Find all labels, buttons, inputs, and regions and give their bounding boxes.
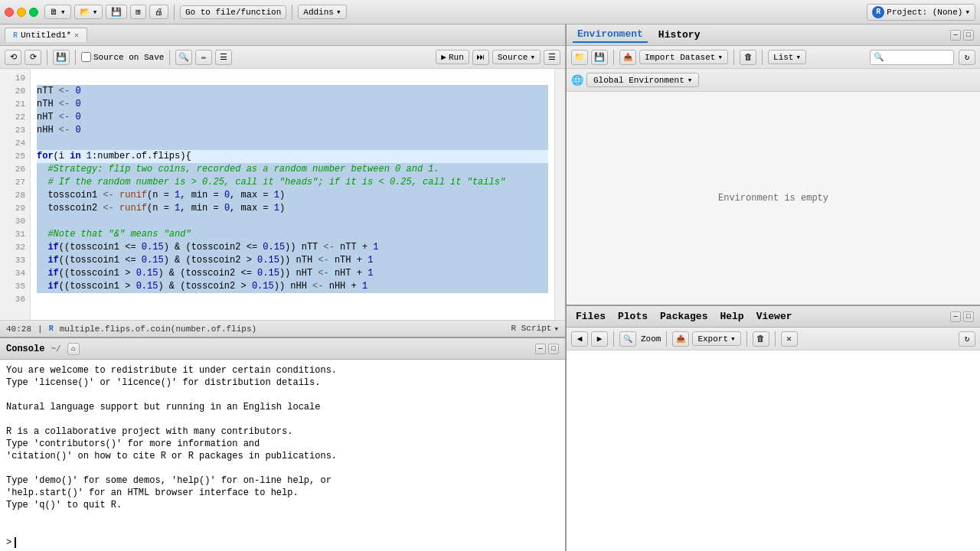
env-refresh-btn[interactable]: ↻	[959, 50, 975, 65]
export-btn[interactable]: Export ▾	[692, 331, 740, 346]
tab-close-icon[interactable]: ✕	[74, 31, 79, 40]
line-number: 20	[0, 85, 30, 98]
save-icon: 💾	[111, 7, 122, 17]
import-dataset-btn[interactable]: Import Dataset ▾	[639, 50, 728, 64]
editor-tab-untitled1[interactable]: R Untitled1* ✕	[5, 28, 87, 42]
globe-icon: 🌐	[571, 74, 583, 86]
code-line[interactable]: nTH <- 0	[37, 98, 548, 111]
redo-btn[interactable]: ⟳	[24, 50, 41, 65]
minimize-button[interactable]	[17, 8, 26, 17]
plots-prev-btn[interactable]: ◀	[571, 331, 588, 347]
run-btn[interactable]: ▶ Run	[436, 50, 469, 64]
options-btn[interactable]: ☰	[544, 50, 560, 65]
source-on-save-label[interactable]: Source on Save	[81, 52, 164, 62]
footer-icon: R	[49, 324, 54, 333]
sep1	[174, 5, 175, 20]
undo-btn[interactable]: ⟲	[5, 50, 21, 65]
new-file-btn[interactable]: 🗎▾	[44, 5, 71, 19]
find-btn[interactable]: 🔍	[175, 50, 192, 65]
sep-f4	[775, 331, 776, 347]
right-panel: Environment History — □ 📁 💾 📥 Import Dat…	[567, 24, 980, 551]
code-line[interactable]: tosscoin1 <- runif(n = 1, min = 0, max =…	[37, 189, 548, 202]
plots-refresh-btn[interactable]: ↻	[959, 331, 975, 347]
tab-help[interactable]: Help	[717, 309, 746, 324]
code-line[interactable]	[37, 293, 548, 306]
tab-plots[interactable]: Plots	[615, 309, 651, 324]
files-minimize-btn[interactable]: —	[950, 311, 961, 322]
code-line[interactable]: for(i in 1:number.of.flips){	[37, 150, 548, 163]
editor-toolbar: ⟲ ⟳ 💾 Source on Save 🔍 ✏️ ☰ ▶ Run ⏭	[0, 46, 565, 69]
remove-all-plots-btn[interactable]: ✕	[781, 331, 798, 347]
env-save-btn[interactable]: 💾	[591, 50, 608, 65]
save-btn[interactable]: 💾	[106, 5, 127, 19]
save-all-btn[interactable]: ⊞	[130, 5, 146, 19]
files-toolbar: ◀ ▶ 🔍 Zoom 📤 Export ▾ 🗑 ✕ ↻	[567, 328, 980, 350]
project-btn[interactable]: R Project: (None) ▾	[867, 4, 975, 21]
remove-plot-btn[interactable]: 🗑	[753, 331, 769, 347]
env-search-box[interactable]: 🔍	[870, 50, 954, 65]
run-next-btn[interactable]: ⏭	[472, 50, 489, 65]
run-icon: ▶	[441, 52, 446, 62]
env-import-icon: 📥	[619, 50, 636, 65]
plots-next-btn[interactable]: ▶	[591, 331, 608, 347]
env-maximize-btn[interactable]: □	[963, 30, 974, 41]
console-tab[interactable]: Console	[6, 344, 44, 354]
code-line[interactable]: if((tosscoin1 <= 0.15) & (tosscoin2 <= 0…	[37, 241, 548, 254]
zoom-btn[interactable]: 🔍	[619, 331, 636, 347]
code-line[interactable]: if((tosscoin1 > 0.15) & (tosscoin2 <= 0.…	[37, 267, 548, 280]
tab-packages[interactable]: Packages	[657, 309, 710, 324]
r-script-icon: R	[13, 31, 18, 40]
code-line[interactable]: # If the random number is > 0.25, call i…	[37, 176, 548, 189]
save-script-btn[interactable]: 💾	[53, 50, 70, 65]
tab-environment[interactable]: Environment	[573, 27, 648, 43]
env-tab-bar: Environment History — □	[567, 24, 980, 46]
console-path-btn[interactable]: ⌂	[67, 343, 80, 355]
list-label: List	[773, 53, 793, 62]
editor-pane: R Untitled1* ✕ ⟲ ⟳ 💾 Source on Save 🔍 ✏️	[0, 24, 565, 337]
filetype-chevron: ▾	[554, 324, 559, 334]
maximize-button[interactable]	[29, 8, 38, 17]
code-content[interactable]: nTT <- 0nTH <- 0nHT <- 0nHH <- 0 for(i i…	[31, 69, 554, 320]
line-number: 27	[0, 176, 30, 189]
code-line[interactable]: nHT <- 0	[37, 111, 548, 124]
tab-history[interactable]: History	[654, 28, 705, 42]
open-file-btn[interactable]: 📂▾	[74, 5, 103, 19]
close-button[interactable]	[5, 8, 14, 17]
code-line[interactable]	[37, 72, 548, 85]
code-line[interactable]: nHH <- 0	[37, 124, 548, 137]
source-btn[interactable]: Source ▾	[492, 50, 541, 64]
list-chevron: ▾	[795, 52, 801, 62]
source-on-save-checkbox[interactable]	[81, 52, 91, 62]
console-minimize-btn[interactable]: —	[535, 344, 546, 354]
code-tools-btn[interactable]: ✏️	[195, 50, 212, 65]
scrollbar[interactable]	[554, 69, 565, 320]
code-line[interactable]: if((tosscoin1 <= 0.15) & (tosscoin2 > 0.…	[37, 254, 548, 267]
main-container: R Untitled1* ✕ ⟲ ⟳ 💾 Source on Save 🔍 ✏️	[0, 24, 980, 551]
outline-btn[interactable]: ☰	[215, 50, 232, 65]
tab-viewer[interactable]: Viewer	[753, 309, 795, 324]
tab-files[interactable]: Files	[573, 309, 609, 324]
console-maximize-btn[interactable]: □	[548, 344, 559, 354]
code-line[interactable]	[37, 215, 548, 228]
code-line[interactable]: nTT <- 0	[37, 85, 548, 98]
print-btn[interactable]: 🖨	[149, 5, 168, 19]
global-env-selector[interactable]: Global Environment ▾	[586, 73, 699, 87]
console-pane: Console ~/ ⌂ — □ You are welcome to redi…	[0, 337, 565, 551]
list-view-btn[interactable]: List ▾	[768, 50, 806, 64]
files-maximize-btn[interactable]: □	[963, 311, 974, 322]
addins-btn[interactable]: Addins ▾	[298, 5, 346, 19]
code-line[interactable]: #Note that "&" means "and"	[37, 228, 548, 241]
env-clear-btn[interactable]: 🗑	[740, 50, 756, 65]
line-number: 28	[0, 189, 30, 202]
console-content[interactable]: You are welcome to redistribute it under…	[0, 360, 565, 534]
code-line[interactable]: tosscoin2 <- runif(n = 1, min = 0, max =…	[37, 202, 548, 215]
env-load-btn[interactable]: 📁	[571, 50, 588, 65]
env-minimize-btn[interactable]: —	[950, 30, 961, 41]
env-empty-text: Environment is empty	[718, 193, 828, 204]
code-line[interactable]	[37, 137, 548, 150]
code-line[interactable]: #Strategy: flip two coins, recorded as a…	[37, 163, 548, 176]
go-to-file-btn[interactable]: Go to file/function	[180, 5, 286, 19]
zoom-label: Zoom	[641, 334, 661, 344]
env-search-input[interactable]	[884, 53, 946, 62]
code-line[interactable]: if((tosscoin1 > 0.15) & (tosscoin2 > 0.1…	[37, 280, 548, 293]
